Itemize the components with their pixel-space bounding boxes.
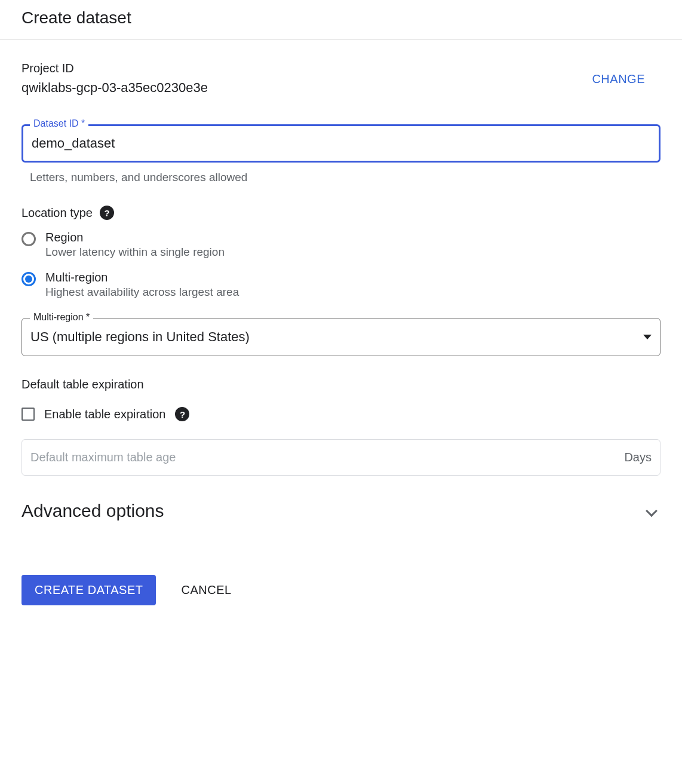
max-table-age-input[interactable]: Default maximum table age Days <box>21 439 661 476</box>
multi-region-label: Multi-region * <box>30 312 93 323</box>
action-buttons: CREATE DATASET CANCEL <box>21 575 661 605</box>
table-expiration-title: Default table expiration <box>21 378 661 391</box>
radio-title-multi-region: Multi-region <box>45 271 239 284</box>
create-dataset-button[interactable]: CREATE DATASET <box>21 575 156 605</box>
multi-region-select-wrap: Multi-region * US (multiple regions in U… <box>21 318 661 356</box>
project-id-label: Project ID <box>21 62 208 75</box>
dataset-id-label: Dataset ID * <box>30 118 88 129</box>
dialog-content: Project ID qwiklabs-gcp-03-a35ec0230e3e … <box>0 40 682 605</box>
cancel-button[interactable]: CANCEL <box>181 583 231 597</box>
dialog-header: Create dataset <box>0 0 682 40</box>
radio-option-region[interactable]: Region Lower latency within a single reg… <box>21 231 661 259</box>
max-table-age-suffix: Days <box>624 451 652 464</box>
chevron-down-icon <box>646 505 658 517</box>
enable-expiration-checkbox[interactable] <box>21 408 35 421</box>
location-type-label: Location type <box>21 206 93 220</box>
advanced-options-toggle[interactable]: Advanced options <box>21 501 661 521</box>
enable-expiration-row: Enable table expiration ? <box>21 407 661 421</box>
help-icon[interactable]: ? <box>175 407 189 421</box>
radio-button-multi-region[interactable] <box>21 272 36 286</box>
enable-expiration-label: Enable table expiration <box>44 408 165 421</box>
dataset-id-helper: Letters, numbers, and underscores allowe… <box>21 167 661 184</box>
location-type-header: Location type ? <box>21 206 661 220</box>
radio-desc-region: Lower latency within a single region <box>45 246 225 259</box>
change-project-button[interactable]: CHANGE <box>592 62 661 86</box>
dataset-id-input[interactable] <box>21 124 661 163</box>
radio-desc-multi-region: Highest availability across largest area <box>45 286 239 299</box>
help-icon[interactable]: ? <box>100 206 114 220</box>
multi-region-value: US (multiple regions in United States) <box>30 329 250 345</box>
advanced-options-title: Advanced options <box>21 501 164 521</box>
dropdown-arrow-icon <box>643 335 652 339</box>
project-id-value: qwiklabs-gcp-03-a35ec0230e3e <box>21 80 208 96</box>
multi-region-select[interactable]: US (multiple regions in United States) <box>21 318 661 356</box>
radio-title-region: Region <box>45 231 225 244</box>
radio-button-region[interactable] <box>21 232 36 246</box>
max-table-age-placeholder: Default maximum table age <box>30 451 176 464</box>
max-table-age-field: Default maximum table age Days <box>21 439 661 476</box>
page-title: Create dataset <box>21 8 661 27</box>
project-id-row: Project ID qwiklabs-gcp-03-a35ec0230e3e … <box>21 62 661 96</box>
radio-option-multi-region[interactable]: Multi-region Highest availability across… <box>21 271 661 299</box>
dataset-id-field: Dataset ID * <box>21 124 661 163</box>
